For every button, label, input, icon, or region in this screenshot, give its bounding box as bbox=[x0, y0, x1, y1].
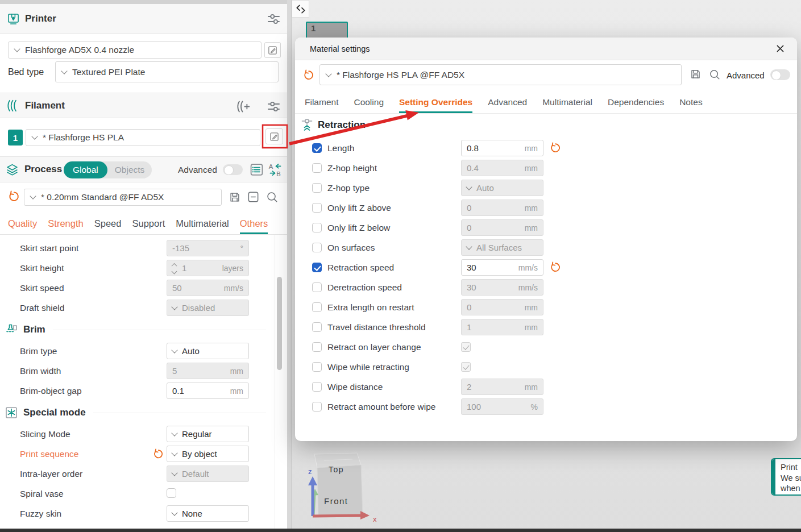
delete-preset-icon[interactable] bbox=[247, 190, 260, 203]
printer-tune-icon[interactable] bbox=[266, 11, 281, 27]
search-settings-icon[interactable] bbox=[265, 190, 279, 203]
override-enable-checkbox[interactable] bbox=[312, 263, 322, 272]
only-lift-z-above-input[interactable]: 0mm bbox=[461, 200, 543, 216]
retract-amount-before-wipe-input[interactable]: 100% bbox=[461, 398, 543, 415]
wipe-while-retracting-value-checkbox[interactable] bbox=[461, 362, 471, 372]
process-scope-segmented-control[interactable]: Global Objects bbox=[64, 161, 152, 178]
filament-preset-dropdown[interactable]: * Flashforge HS PLA bbox=[26, 129, 260, 146]
value: 30 bbox=[467, 263, 476, 272]
intra-layer-order-dropdown[interactable]: Default bbox=[167, 466, 249, 482]
brim-type-dropdown[interactable]: Auto bbox=[167, 343, 249, 359]
setting-row-brim-object-gap: Brim-object gap0.1mm bbox=[0, 381, 275, 401]
retraction-speed-input[interactable]: 30mm/s bbox=[461, 259, 543, 276]
process-tab-multimaterial[interactable]: Multimaterial bbox=[176, 218, 229, 234]
override-enable-checkbox[interactable] bbox=[312, 302, 322, 312]
process-tab-quality[interactable]: Quality bbox=[8, 218, 37, 234]
process-tab-speed[interactable]: Speed bbox=[94, 218, 122, 234]
add-filament-icon[interactable] bbox=[235, 99, 250, 114]
section-rule bbox=[53, 330, 266, 330]
override-label: Travel distance threshold bbox=[327, 322, 426, 332]
skirt-height-input[interactable]: 1layers bbox=[167, 260, 249, 276]
undo-icon[interactable] bbox=[549, 142, 562, 154]
window-top-edge bbox=[0, 0, 287, 4]
override-label: Extra length on restart bbox=[327, 302, 414, 313]
value: 50 bbox=[172, 283, 182, 293]
skirt-start-point-input[interactable]: -135° bbox=[167, 240, 249, 256]
only-lift-z-below-input[interactable]: 0mm bbox=[461, 219, 543, 236]
material-preset-dropdown[interactable]: * Flashforge HS PLA @FF AD5X bbox=[319, 64, 682, 85]
wipe-distance-input[interactable]: 2mm bbox=[461, 379, 543, 395]
override-enable-checkbox[interactable] bbox=[312, 402, 322, 412]
extra-length-on-restart-input[interactable]: 0mm bbox=[461, 299, 543, 315]
process-advanced-toggle[interactable] bbox=[223, 164, 243, 175]
fuzzy-skin-dropdown[interactable]: None bbox=[167, 505, 249, 522]
on-surfaces-dropdown[interactable]: All Surfaces bbox=[461, 239, 543, 256]
override-enable-checkbox[interactable] bbox=[312, 362, 322, 372]
save-material-icon[interactable] bbox=[690, 68, 702, 80]
process-tab-others[interactable]: Others bbox=[240, 218, 268, 234]
z-hop-height-input[interactable]: 0.4mm bbox=[461, 160, 543, 176]
slicing-mode-dropdown[interactable]: Regular bbox=[167, 426, 249, 442]
process-preset-dropdown[interactable]: * 0.20mm Standard @FF AD5X bbox=[24, 189, 222, 206]
bed-type-dropdown[interactable]: Textured PEI Plate bbox=[55, 61, 279, 82]
override-enable-checkbox[interactable] bbox=[312, 342, 322, 352]
spiral-vase-checkbox[interactable] bbox=[167, 488, 176, 498]
brim-width-input[interactable]: 5mm bbox=[167, 363, 249, 379]
brim-object-gap-input[interactable]: 0.1mm bbox=[167, 383, 249, 399]
travel-distance-threshold-input[interactable]: 1mm bbox=[461, 319, 543, 335]
override-label: Retract on layer change bbox=[327, 342, 421, 352]
skirt-speed-input[interactable]: 50mm/s bbox=[167, 280, 249, 296]
material-tab-dependencies[interactable]: Dependencies bbox=[608, 97, 664, 113]
override-enable-checkbox[interactable] bbox=[312, 163, 322, 173]
printer-preset-dropdown[interactable]: Flashforge AD5X 0.4 nozzle bbox=[8, 41, 262, 59]
material-tab-notes[interactable]: Notes bbox=[679, 97, 703, 113]
scrollbar-thumb[interactable] bbox=[277, 277, 282, 370]
segment-objects[interactable]: Objects bbox=[107, 165, 152, 175]
stepper-arrows-icon[interactable] bbox=[172, 263, 176, 273]
override-enable-checkbox[interactable] bbox=[312, 382, 322, 392]
retraction-section-header: Retraction bbox=[300, 118, 366, 132]
filament-tune-icon[interactable] bbox=[266, 99, 281, 114]
process-advanced-label: Advanced bbox=[178, 165, 217, 175]
compare-presets-icon[interactable]: AB bbox=[268, 162, 283, 177]
override-label: Wipe while retracting bbox=[327, 362, 409, 372]
segment-global[interactable]: Global bbox=[64, 161, 107, 178]
close-icon[interactable] bbox=[775, 43, 786, 54]
filament-edit-button[interactable] bbox=[265, 128, 283, 144]
settings-list-icon[interactable] bbox=[249, 162, 264, 177]
material-tab-advanced[interactable]: Advanced bbox=[488, 97, 527, 113]
print-sequence-dropdown[interactable]: By object bbox=[167, 446, 249, 462]
deretraction-speed-input[interactable]: 30mm/s bbox=[461, 279, 543, 296]
length-input[interactable]: 0.8mm bbox=[461, 140, 543, 156]
override-enable-checkbox[interactable] bbox=[312, 282, 322, 292]
navigation-cube[interactable]: Top Front z x bbox=[307, 444, 387, 531]
override-enable-checkbox[interactable] bbox=[312, 203, 322, 213]
printer-edit-button[interactable] bbox=[264, 42, 281, 58]
override-enable-checkbox[interactable] bbox=[312, 243, 322, 252]
undo-icon[interactable] bbox=[549, 261, 562, 273]
process-tab-strength[interactable]: Strength bbox=[48, 218, 83, 234]
override-enable-checkbox[interactable] bbox=[312, 143, 322, 153]
material-tab-filament[interactable]: Filament bbox=[305, 97, 338, 113]
chevron-down-icon bbox=[171, 509, 177, 516]
save-preset-icon[interactable] bbox=[229, 191, 241, 203]
process-undo-icon[interactable] bbox=[7, 190, 20, 203]
value: 0 bbox=[467, 223, 471, 232]
override-enable-checkbox[interactable] bbox=[312, 183, 322, 193]
material-advanced-toggle[interactable] bbox=[770, 69, 790, 80]
override-enable-checkbox[interactable] bbox=[312, 322, 322, 332]
z-hop-type-dropdown[interactable]: Auto bbox=[461, 180, 543, 196]
material-undo-icon[interactable] bbox=[302, 69, 315, 81]
retract-on-layer-change-value-checkbox[interactable] bbox=[461, 342, 471, 352]
setting-label: Slicing Mode bbox=[20, 429, 70, 439]
search-material-icon[interactable] bbox=[708, 68, 721, 81]
draft-shield-dropdown[interactable]: Disabled bbox=[167, 300, 249, 316]
process-tab-support[interactable]: Support bbox=[132, 218, 165, 234]
override-enable-checkbox[interactable] bbox=[312, 223, 322, 232]
undo-icon[interactable] bbox=[152, 448, 164, 460]
material-tab-multimaterial[interactable]: Multimaterial bbox=[542, 97, 592, 113]
material-tab-cooling[interactable]: Cooling bbox=[354, 97, 384, 113]
collapse-sidebar-button[interactable] bbox=[292, 0, 309, 18]
chevron-down-icon bbox=[171, 430, 177, 436]
material-tab-setting-overrides[interactable]: Setting Overrides bbox=[399, 97, 472, 113]
